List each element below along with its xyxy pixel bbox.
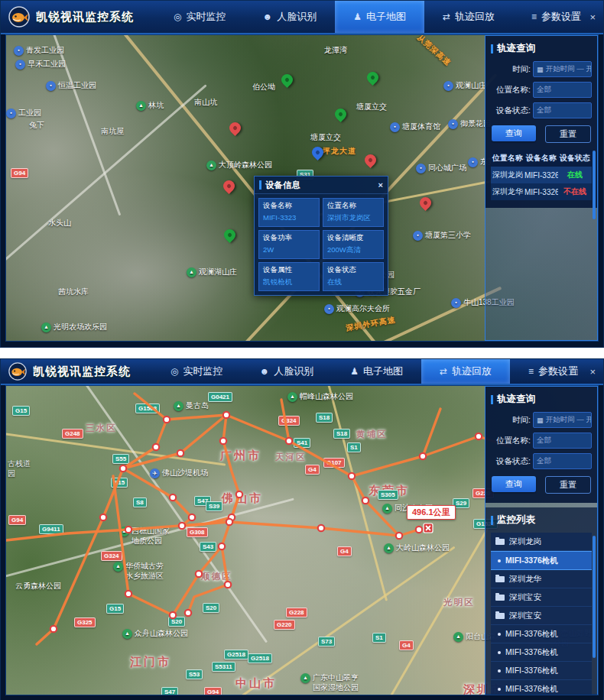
device-pin-green[interactable] (333, 106, 349, 122)
tab-轨迹回放[interactable]: ⇄轨迹回放 (421, 359, 510, 384)
restore-button[interactable]: □ (572, 12, 578, 22)
tab-电子地图[interactable]: ♟电子地图 (335, 1, 424, 33)
group-item[interactable]: 深圳宝安 (491, 588, 592, 607)
device-pin-red[interactable] (221, 178, 237, 194)
field-label: 设备功率 (263, 233, 315, 243)
cell-location: 深圳龙岗 (491, 170, 524, 180)
item-label: MIFI-3376枪机 (505, 629, 558, 640)
map-label: ▲观澜湖山庄 (187, 267, 237, 277)
poi-label: 工业园 (18, 109, 41, 118)
popup-close-icon[interactable]: × (378, 180, 383, 190)
col-header: 设备状态 (558, 153, 592, 164)
group-item[interactable]: 深圳宝安 (491, 607, 592, 625)
tab-label: 电子地图 (366, 10, 406, 24)
panel-title: 轨迹查询 (491, 42, 592, 55)
window-controls: – □ × (554, 1, 596, 33)
device-pin-red[interactable] (362, 152, 378, 168)
time-range-input[interactable]: ▦ 开始时间 — 开始时间 (533, 61, 592, 77)
item-label: 深圳宝安 (509, 611, 541, 621)
poi-label: 观澜山庄 (456, 81, 486, 91)
device-item[interactable]: MIFI-3376枪机 (491, 551, 592, 570)
location-label: 位置名称: (491, 436, 533, 446)
device-item[interactable]: MIFI-3376枪机 (491, 643, 592, 662)
location-select[interactable]: 全部 (533, 82, 592, 98)
building-poi-icon: ▪ (390, 122, 400, 132)
poi-label: 早禾工业园 (28, 60, 66, 70)
device-pin-red[interactable] (227, 120, 243, 136)
device-pin-green[interactable] (279, 72, 295, 88)
calendar-icon: ▦ (537, 416, 544, 424)
map-label: ▪观澜山庄 (443, 81, 486, 91)
popup-field: 设备功率2W (258, 230, 320, 259)
field-value: 2W (263, 245, 315, 254)
device-item[interactable]: MIFI-3376枪机 (491, 680, 592, 695)
location-select[interactable]: 全部 (533, 433, 592, 449)
item-label: MIFI-3376枪机 (505, 666, 558, 676)
time-range-input[interactable]: ▦ 开始时间 — 开始时间 (533, 412, 592, 428)
status-select[interactable]: 全部 (533, 102, 592, 118)
tab-实时监控[interactable]: ◎实时监控 (152, 359, 241, 384)
sidebar-track-query: 轨迹查询 时间: ▦ 开始时间 — 开始时间 位置名称: 全部 设备状态 (485, 386, 598, 695)
minimize-button[interactable]: – (554, 12, 559, 22)
reset-button[interactable]: 重置 (545, 125, 591, 143)
search-button[interactable]: 查询 (492, 125, 536, 141)
minimize-button[interactable]: – (554, 367, 559, 377)
group-item[interactable]: 深圳龙华 (491, 570, 592, 588)
route-end-marker (424, 523, 433, 533)
search-button[interactable]: 查询 (492, 476, 536, 492)
status-select[interactable]: 全部 (533, 453, 592, 469)
playback-icon: ⇄ (443, 11, 450, 22)
device-pin-green[interactable] (222, 227, 238, 243)
sidebar-scrollbar[interactable] (593, 536, 596, 658)
item-label: 深圳龙岗 (509, 536, 541, 547)
tab-人脸识别[interactable]: ☻人脸识别 (241, 359, 332, 384)
cell-status: 不在线 (558, 186, 592, 197)
app-logo-fish-icon (8, 362, 27, 381)
road-badge: G94 (11, 168, 28, 178)
window-controls: – □ × (554, 359, 596, 384)
cell-device: MIFI-3326 (524, 188, 558, 196)
main-nav: ◎实时监控☻人脸识别♟电子地图⇄轨迹回放≡参数设置 (152, 359, 596, 384)
device-pin-green[interactable] (365, 70, 381, 86)
accent-bar (259, 180, 261, 190)
close-button[interactable]: × (589, 367, 596, 377)
col-header: 位置名称 (491, 153, 524, 164)
distance-label: 496.1公里 (407, 505, 456, 520)
map-label: 茜坑水库 (58, 287, 89, 297)
tab-轨迹回放[interactable]: ⇄轨迹回放 (424, 1, 513, 33)
map-label: 兔下 (29, 121, 44, 131)
map-label: ▪观澜高尔夫会所 (324, 304, 390, 314)
item-label: 深圳宝安 (509, 592, 541, 603)
table-row[interactable]: 深圳龙岗MIFI-3326在线 (491, 167, 592, 183)
tab-人脸识别[interactable]: ☻人脸识别 (244, 1, 335, 33)
field-value: 在线 (327, 277, 379, 287)
restore-button[interactable]: □ (572, 367, 578, 377)
map-label: ▪早禾工业园 (15, 60, 66, 70)
popup-field: 设备属性凯锐枪机 (258, 262, 320, 291)
tab-实时监控[interactable]: ◎实时监控 (155, 1, 244, 33)
map-label: 南坑屋 (101, 127, 124, 137)
table-header: 位置名称设备名称设备状态 (491, 150, 592, 167)
tab-label: 实时监控 (183, 365, 222, 378)
group-item[interactable]: 深圳龙岗 (491, 533, 592, 551)
close-button[interactable]: × (589, 12, 596, 22)
device-item[interactable]: MIFI-3376枪机 (491, 625, 592, 643)
field-label: 设备名称 (263, 201, 315, 211)
device-pin-red[interactable] (417, 195, 434, 211)
map-label: 塘厦立交 (356, 102, 387, 112)
popup-title: 设备信息 (265, 180, 300, 191)
device-item[interactable]: MIFI-3376枪机 (491, 662, 592, 680)
sidebar-scrollbar[interactable] (593, 151, 596, 219)
reset-button[interactable]: 重置 (545, 476, 591, 494)
building-poi-icon: ▪ (416, 164, 426, 173)
map-label: 塘厦立交 (310, 133, 341, 143)
poi-label: 塘厦第三小学 (425, 231, 471, 241)
status-label: 设备状态: (491, 456, 533, 467)
item-label: MIFI-3376枪机 (505, 684, 558, 695)
field-label: 设备属性 (263, 265, 315, 275)
tab-电子地图[interactable]: ♟电子地图 (332, 359, 421, 384)
folder-icon (495, 539, 505, 545)
map-label: 坪龙大道 (323, 147, 356, 157)
tab-label: 轨迹回放 (452, 365, 492, 378)
table-row[interactable]: 深圳龙华MIFI-3326不在线 (491, 183, 592, 200)
